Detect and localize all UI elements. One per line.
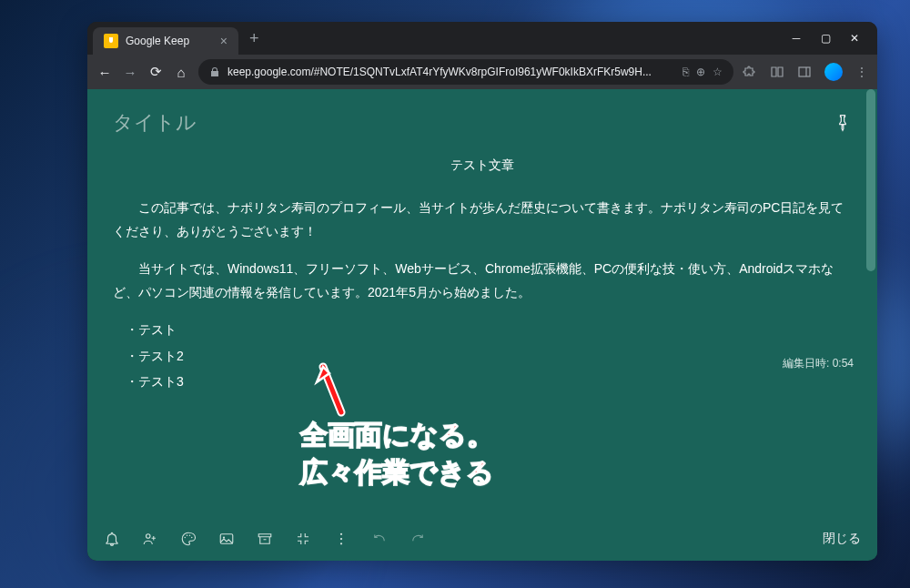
keep-favicon-icon [104, 34, 118, 48]
lock-icon [209, 66, 220, 77]
list-item: ・テスト2 [126, 344, 852, 369]
tab-close-icon[interactable]: × [220, 34, 228, 48]
reading-list-icon[interactable] [770, 65, 784, 79]
url-text: keep.google.com/#NOTE/1SQNTvLxfAT4rYfyWK… [228, 66, 675, 78]
note-heading: テスト文章 [113, 153, 852, 177]
edited-time: 編集日時: 0:54 [783, 356, 854, 371]
browser-tab[interactable]: Google Keep × [93, 27, 238, 55]
svg-point-4 [187, 535, 188, 537]
palette-icon[interactable] [180, 531, 197, 547]
reminder-icon[interactable] [104, 531, 120, 547]
more-icon[interactable] [333, 531, 349, 547]
undo-icon[interactable] [371, 531, 388, 547]
minimize-button[interactable]: ─ [790, 32, 803, 45]
maximize-button[interactable]: ▢ [819, 32, 832, 45]
svg-point-10 [340, 538, 342, 540]
svg-point-6 [191, 537, 193, 539]
list-item: ・テスト [126, 318, 852, 342]
install-icon[interactable]: ⎘ [682, 66, 689, 78]
note-editor[interactable]: タイトル テスト文章 この記事では、ナポリタン寿司のプロフィール、当サイトが歩ん… [87, 89, 877, 517]
window-controls: ─ ▢ ✕ [790, 32, 872, 45]
close-button[interactable]: ✕ [848, 32, 861, 45]
profile-avatar[interactable] [824, 63, 843, 81]
star-icon[interactable]: ☆ [713, 66, 723, 78]
extensions-icon[interactable] [743, 65, 757, 79]
svg-point-2 [147, 534, 151, 539]
list-item: ・テスト3 [126, 370, 852, 394]
new-tab-button[interactable]: + [249, 29, 259, 48]
back-button[interactable]: ← [96, 65, 113, 80]
browser-toolbar: ← → ⟳ ⌂ keep.google.com/#NOTE/1SQNTvLxfA… [87, 55, 877, 89]
side-panel-icon[interactable] [797, 65, 812, 79]
fullscreen-exit-icon[interactable] [295, 531, 311, 547]
tab-title: Google Keep [126, 35, 213, 47]
svg-point-3 [185, 537, 187, 539]
note-list: ・テスト ・テスト2 ・テスト3 [126, 318, 852, 394]
scrollbar[interactable] [864, 89, 877, 559]
titlebar: Google Keep × + ─ ▢ ✕ [87, 22, 877, 55]
note-toolbar: 閉じる [87, 517, 877, 561]
scroll-thumb[interactable] [866, 89, 875, 271]
redo-icon[interactable] [410, 531, 426, 547]
image-icon[interactable] [218, 531, 235, 547]
close-note-button[interactable]: 閉じる [823, 531, 861, 547]
collaborator-icon[interactable] [142, 531, 158, 547]
svg-point-5 [189, 535, 191, 537]
note-paragraph: この記事では、ナポリタン寿司のプロフィール、当サイトが歩んだ歴史について書きます… [113, 196, 852, 244]
zoom-icon[interactable]: ⊕ [696, 66, 705, 78]
url-bar[interactable]: keep.google.com/#NOTE/1SQNTvLxfAT4rYfyWK… [198, 59, 733, 85]
note-body[interactable]: テスト文章 この記事では、ナポリタン寿司のプロフィール、当サイトが歩んだ歴史につ… [113, 153, 852, 407]
svg-point-11 [340, 542, 342, 544]
forward-button[interactable]: → [122, 65, 138, 80]
menu-icon[interactable]: ⋮ [855, 65, 868, 79]
reload-button[interactable]: ⟳ [147, 64, 164, 80]
browser-window: Google Keep × + ─ ▢ ✕ ← → ⟳ ⌂ keep.googl… [87, 22, 877, 561]
note-title-input[interactable]: タイトル [113, 109, 197, 137]
home-button[interactable]: ⌂ [173, 65, 189, 80]
pin-icon[interactable] [834, 114, 852, 132]
svg-rect-0 [799, 67, 810, 76]
note-paragraph: 当サイトでは、Windows11、フリーソフト、Webサービス、Chrome拡張… [113, 257, 852, 305]
archive-icon[interactable] [257, 531, 273, 547]
svg-point-9 [340, 533, 342, 535]
